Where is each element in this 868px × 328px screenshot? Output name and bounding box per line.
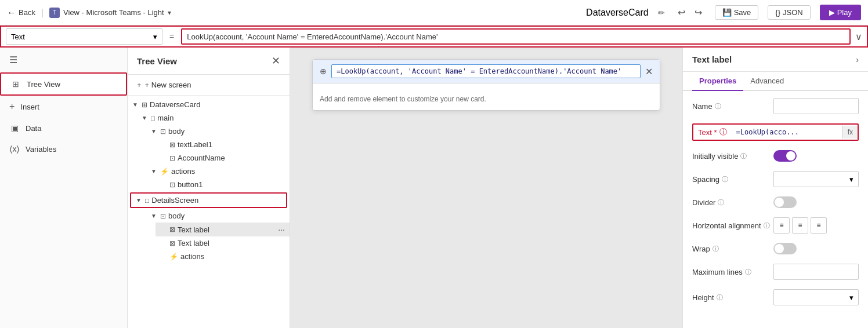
dataverse-card-icon: ⊞ — [142, 101, 147, 109]
name-info-icon[interactable]: ⓘ — [715, 102, 721, 111]
height-select[interactable]: ▾ — [773, 289, 859, 305]
divider-info-icon[interactable]: ⓘ — [718, 198, 724, 207]
right-panel-content: Name ⓘ Text * ⓘ =LookUp(acco... fx — [683, 91, 868, 328]
sidebar-item-tree-view[interactable]: ⊞ Tree View — [0, 72, 127, 96]
new-screen-plus-icon: + — [137, 81, 142, 89]
tree-panel-title: Tree View — [137, 56, 177, 66]
main-icon: □ — [151, 114, 155, 122]
card-top-bar: ⊕ =LookUp(account, 'Account Name' = Ente… — [313, 60, 660, 83]
initially-visible-toggle[interactable] — [773, 150, 797, 162]
prop-wrap-value — [773, 243, 859, 254]
formula-input[interactable] — [181, 28, 851, 45]
maximum-lines-input[interactable] — [773, 264, 859, 280]
align-center-button[interactable]: ≡ — [792, 217, 808, 234]
save-button[interactable]: 💾 Save — [715, 5, 759, 20]
prop-row-spacing: Spacing ⓘ ▾ — [692, 171, 859, 187]
text-info-icon[interactable]: ⓘ — [719, 127, 727, 137]
prop-text-value[interactable]: =LookUp(acco... — [732, 126, 842, 139]
prop-row-text: Text * ⓘ =LookUp(acco... fx — [692, 123, 859, 141]
redo-button[interactable]: ↪ — [691, 6, 706, 19]
undo-button[interactable]: ↩ — [674, 6, 689, 19]
right-panel-close-icon[interactable]: › — [856, 55, 859, 64]
prop-text-fx-button[interactable]: fx — [842, 126, 858, 139]
wrap-info-icon[interactable]: ⓘ — [713, 245, 719, 253]
card-close-icon[interactable]: ✕ — [645, 66, 653, 77]
new-screen-button[interactable]: + + New screen — [128, 75, 290, 96]
prop-wrap-label: Wrap ⓘ — [692, 245, 773, 253]
actions1-label: actions — [171, 167, 195, 176]
tree-node-button1[interactable]: ⊡ button1 — [155, 178, 290, 191]
divider-toggle[interactable] — [773, 196, 797, 208]
tree-node-text-label-selected[interactable]: ⊠ Text label ··· — [155, 223, 290, 236]
prop-horizontal-alignment-label: Horizontal alignment ⓘ — [692, 221, 773, 230]
actions1-arrow-icon: ▼ — [151, 168, 158, 174]
back-button[interactable]: ← Back — [7, 8, 35, 18]
formula-selector-value: Text — [11, 32, 25, 41]
edit-icon[interactable]: ✏ — [658, 8, 665, 17]
tree-node-body-2[interactable]: ▼ ⊡ body — [146, 209, 290, 223]
hamburger-menu[interactable]: ☰ — [0, 48, 127, 72]
tree-node-textlabel1[interactable]: ⊠ textLabel1 — [155, 138, 290, 151]
horizontal-alignment-info-icon[interactable]: ⓘ — [764, 221, 770, 230]
json-icon: {} — [775, 8, 780, 17]
dataverse-card-arrow-icon: ▼ — [132, 101, 139, 108]
card-body: Add and remove element to customize your… — [313, 83, 660, 110]
text-label-selected-label: Text label — [178, 225, 209, 234]
play-button[interactable]: ▶ Play — [820, 5, 861, 20]
tab-advanced[interactable]: Advanced — [743, 72, 791, 91]
sidebar-item-insert[interactable]: + Insert — [0, 96, 127, 118]
prop-divider-label: Divider ⓘ — [692, 198, 773, 207]
json-button[interactable]: {} JSON — [768, 5, 810, 20]
left-sidebar: ☰ ⊞ Tree View + Insert ▣ Data (x) Variab… — [0, 48, 128, 328]
tree-node-dataverse-card[interactable]: ▼ ⊞ DataverseCard — [128, 98, 290, 111]
formula-expand-icon[interactable]: ∨ — [855, 31, 862, 42]
body1-label: body — [168, 127, 185, 136]
tree-panel-close-icon[interactable]: ✕ — [272, 54, 280, 67]
tree-node-body-1[interactable]: ▼ ⊡ body — [146, 125, 290, 138]
tree-view-icon: ⊞ — [10, 79, 21, 89]
prop-text-formula-row: Text * ⓘ =LookUp(acco... fx — [692, 123, 859, 141]
variables-icon: (x) — [9, 144, 20, 154]
tree-node-account-name[interactable]: ⊡ AccountName — [155, 151, 290, 165]
formula-bar: Text ▾ = ∨ — [0, 25, 868, 48]
formula-equals-sign: = — [167, 32, 176, 41]
body2-label: body — [168, 212, 185, 220]
textlabel1-icon: ⊠ — [169, 141, 175, 149]
tree-node-main[interactable]: ▼ □ main — [137, 111, 290, 125]
accountname-icon: ⊡ — [169, 154, 175, 162]
sidebar-item-variables[interactable]: (x) Variables — [0, 139, 127, 159]
initially-visible-info-icon[interactable]: ⓘ — [740, 152, 747, 161]
tree-node-details-screen[interactable]: ▼ □ DetailsScreen — [130, 192, 287, 208]
align-left-button[interactable]: ≡ — [773, 217, 790, 234]
data-icon: ▣ — [9, 123, 20, 133]
height-chevron-icon: ▾ — [849, 293, 853, 302]
prop-name-label: Name ⓘ — [692, 102, 773, 111]
text-label2-label: Text label — [178, 239, 209, 247]
tree-node-text-label-2[interactable]: ⊠ Text label — [155, 236, 290, 250]
prop-row-wrap: Wrap ⓘ — [692, 243, 859, 254]
app-title-text: View - Microsoft Teams - Light — [63, 8, 164, 17]
right-panel-header: Text label › — [683, 48, 868, 72]
name-input[interactable] — [773, 98, 859, 114]
tree-node-actions-2[interactable]: ⚡ actions — [155, 250, 290, 263]
height-info-icon[interactable]: ⓘ — [717, 293, 723, 302]
maximum-lines-info-icon[interactable]: ⓘ — [745, 268, 751, 276]
text-label-more-icon[interactable]: ··· — [278, 225, 285, 234]
card-name-text: DataverseCard — [586, 8, 649, 18]
back-arrow-icon: ← — [7, 8, 16, 18]
tab-properties[interactable]: Properties — [692, 72, 743, 91]
tree-content: ▼ ⊞ DataverseCard ▼ □ main ▼ ⊡ body ⊠ te… — [128, 96, 290, 328]
spacing-select[interactable]: ▾ — [773, 171, 859, 187]
json-label: JSON — [783, 8, 803, 17]
app-title-chevron-icon[interactable]: ▾ — [168, 9, 171, 17]
formula-selector[interactable]: Text ▾ — [6, 28, 162, 45]
sidebar-insert-label: Insert — [20, 103, 39, 111]
prop-row-height: Height ⓘ ▾ — [692, 289, 859, 305]
tree-node-actions-1[interactable]: ▼ ⚡ actions — [146, 165, 290, 178]
body2-arrow-icon: ▼ — [151, 213, 158, 219]
wrap-toggle[interactable] — [773, 243, 797, 254]
align-right-button[interactable]: ≡ — [811, 217, 827, 234]
sidebar-item-data[interactable]: ▣ Data — [0, 118, 127, 139]
prop-row-horizontal-alignment: Horizontal alignment ⓘ ≡ ≡ ≡ — [692, 217, 859, 234]
spacing-info-icon[interactable]: ⓘ — [722, 175, 728, 184]
